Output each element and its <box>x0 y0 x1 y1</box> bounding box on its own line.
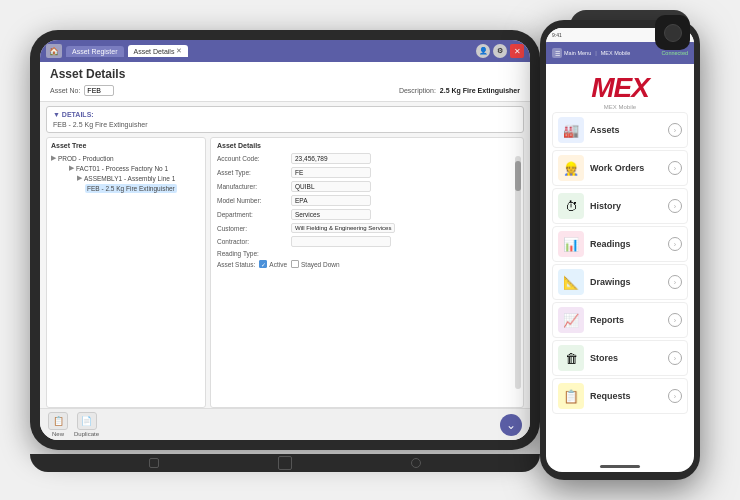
menu-item-reports[interactable]: 📈 Reports › <box>552 302 688 338</box>
asset-no-input[interactable] <box>84 85 114 96</box>
menu-item-work-orders[interactable]: 👷 Work Orders › <box>552 150 688 186</box>
main-menu-button[interactable]: ☰ Main Menu <box>552 48 591 58</box>
reading-type-row: Reading Type: <box>217 250 517 257</box>
duplicate-button[interactable]: 📄 Duplicate <box>74 412 99 437</box>
stores-icon: 🗑 <box>558 345 584 371</box>
model-number-label: Model Number: <box>217 197 287 204</box>
tab-asset-details[interactable]: Asset Details ✕ <box>128 45 189 57</box>
stores-label: Stores <box>590 353 662 363</box>
scrollbar-thumb <box>515 161 521 191</box>
duplicate-icon: 📄 <box>77 412 97 430</box>
readings-arrow: › <box>668 237 682 251</box>
manufacturer-value: QUIBL <box>291 181 371 192</box>
tree-item-assembly: ▶ ASSEMBLY1 - Assembly Line 1 <box>51 173 201 183</box>
close-icon[interactable]: ✕ <box>176 47 182 55</box>
asset-tree-panel: Asset Tree ▶ PROD - Production ▶ FACT01 … <box>46 137 206 408</box>
assets-icon: 🏭 <box>558 117 584 143</box>
tab-asset-details-label: Asset Details <box>134 48 175 55</box>
readings-icon: 📊 <box>558 231 584 257</box>
home-icon[interactable]: 🏠 <box>46 44 62 58</box>
reading-type-label: Reading Type: <box>217 250 287 257</box>
stayed-down-label: Stayed Down <box>301 261 340 268</box>
reports-arrow: › <box>668 313 682 327</box>
history-icon: ⏱ <box>558 193 584 219</box>
menu-item-drawings[interactable]: 📐 Drawings › <box>552 264 688 300</box>
asset-status-label: Asset Status: <box>217 261 255 268</box>
stayed-down-checkbox-box[interactable] <box>291 260 299 268</box>
menu-item-stores[interactable]: 🗑 Stores › <box>552 340 688 376</box>
asset-type-label: Asset Type: <box>217 169 287 176</box>
tree-expand-icon[interactable]: ▶ <box>51 154 56 162</box>
mex-mobile-button[interactable]: MEX Mobile <box>601 50 631 56</box>
asset-type-row: Asset Type: FE <box>217 167 517 178</box>
details-header: ▼ DETAILS: <box>53 111 517 118</box>
manufacturer-row: Manufacturer: QUIBL <box>217 181 517 192</box>
phone-time: 9:41 <box>552 32 562 38</box>
tablet-content: Asset Details Asset No: Description: 2.5… <box>40 62 530 408</box>
tree-item-prod: ▶ PROD - Production <box>51 153 201 163</box>
description-label: Description: <box>399 87 436 94</box>
phone-bottom-bar <box>546 460 694 472</box>
home-button[interactable] <box>278 456 292 470</box>
tree-item-label-2: FACT01 - Process Factory No 1 <box>76 165 168 172</box>
tab-asset-register[interactable]: Asset Register <box>66 46 124 57</box>
tree-item-selected-label: FEB - 2.5 Kg Fire Extinguisher <box>85 184 177 193</box>
menu-item-readings[interactable]: 📊 Readings › <box>552 226 688 262</box>
menu-item-history[interactable]: ⏱ History › <box>552 188 688 224</box>
department-value: Services <box>291 209 371 220</box>
asset-details-title: Asset Details <box>217 142 517 149</box>
tablet: 🏠 Asset Register Asset Details ✕ 👤 ⚙ ✕ <box>30 30 540 450</box>
customer-value: Will Fielding & Engineering Services <box>291 223 395 233</box>
nav-separator: | <box>595 50 597 56</box>
recent-button[interactable] <box>411 458 421 468</box>
mex-logo-area: MEX <box>546 64 694 108</box>
menu-item-requests[interactable]: 📋 Requests › <box>552 378 688 414</box>
nav-down-button[interactable]: ⌄ <box>500 414 522 436</box>
work-orders-icon: 👷 <box>558 155 584 181</box>
stores-arrow: › <box>668 351 682 365</box>
department-label: Department: <box>217 211 287 218</box>
tree-expand-icon-3[interactable]: ▶ <box>77 174 82 182</box>
assets-label: Assets <box>590 125 662 135</box>
close-button[interactable]: ✕ <box>510 44 524 58</box>
page-title: Asset Details <box>50 67 520 81</box>
account-code-label: Account Code: <box>217 155 287 162</box>
details-value: FEB - 2.5 Kg Fire Extinguisher <box>53 121 517 128</box>
active-label: Active <box>269 261 287 268</box>
tree-item-label: PROD - Production <box>58 155 114 162</box>
tree-item-fact: ▶ FACT01 - Process Factory No 1 <box>51 163 201 173</box>
asset-tree-title: Asset Tree <box>51 142 201 149</box>
requests-arrow: › <box>668 389 682 403</box>
user-icon[interactable]: 👤 <box>476 44 490 58</box>
new-button[interactable]: 📋 New <box>48 412 68 437</box>
asset-details-panel: Asset Details Account Code: 23,456,789 A… <box>210 137 524 408</box>
home-indicator[interactable] <box>600 465 640 468</box>
reports-label: Reports <box>590 315 662 325</box>
details-section: ▼ DETAILS: FEB - 2.5 Kg Fire Extinguishe… <box>46 106 524 133</box>
tree-expand-icon-2[interactable]: ▶ <box>69 164 74 172</box>
history-label: History <box>590 201 662 211</box>
scrollbar[interactable] <box>515 156 521 389</box>
tree-item-label-3: ASSEMBLY1 - Assembly Line 1 <box>84 175 175 182</box>
settings-icon[interactable]: ⚙ <box>493 44 507 58</box>
description-field: Description: 2.5 Kg Fire Extinguisher <box>399 87 520 94</box>
assets-arrow: › <box>668 123 682 137</box>
new-icon: 📋 <box>48 412 68 430</box>
account-code-row: Account Code: 23,456,789 <box>217 153 517 164</box>
active-checkbox[interactable]: ✓ Active <box>259 260 287 268</box>
tree-item-feb[interactable]: FEB - 2.5 Kg Fire Extinguisher <box>51 183 201 194</box>
active-checkbox-box[interactable]: ✓ <box>259 260 267 268</box>
requests-icon: 📋 <box>558 383 584 409</box>
requests-label: Requests <box>590 391 662 401</box>
main-panels: Asset Tree ▶ PROD - Production ▶ FACT01 … <box>40 137 530 408</box>
tab-asset-register-label: Asset Register <box>72 48 118 55</box>
topbar-right: 👤 ⚙ ✕ <box>476 44 524 58</box>
camera-lens <box>664 24 682 42</box>
department-row: Department: Services <box>217 209 517 220</box>
contractor-value <box>291 236 391 247</box>
work-orders-label: Work Orders <box>590 163 662 173</box>
readings-label: Readings <box>590 239 662 249</box>
back-button[interactable] <box>149 458 159 468</box>
stayed-down-checkbox[interactable]: Stayed Down <box>291 260 340 268</box>
menu-item-assets[interactable]: 🏭 Assets › <box>552 112 688 148</box>
